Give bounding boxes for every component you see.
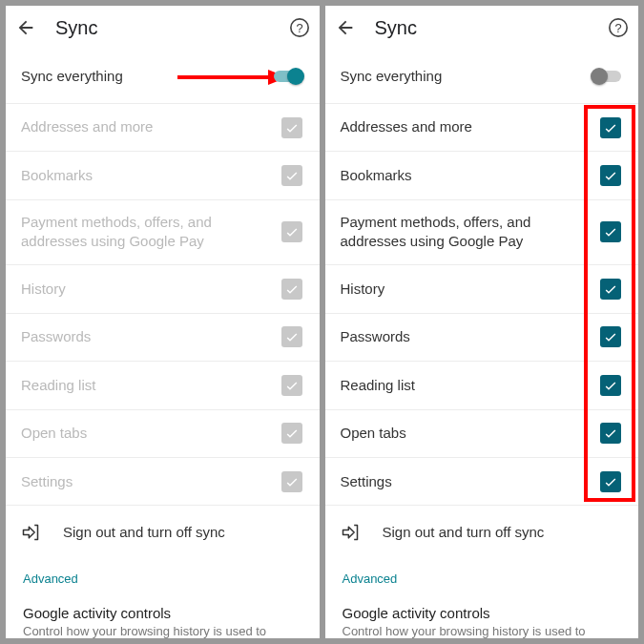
signout-icon (341, 523, 360, 542)
page-title: Sync (55, 17, 289, 39)
label-readinglist: Reading list (341, 376, 601, 395)
row-bookmarks: Bookmarks (6, 152, 320, 199)
row-addresses[interactable]: Addresses and more (325, 104, 639, 152)
label-passwords: Passwords (21, 327, 281, 346)
help-icon[interactable]: ? (289, 17, 310, 38)
label-history: History (21, 280, 281, 299)
page-title: Sync (375, 17, 609, 39)
row-passwords: Passwords (6, 314, 320, 362)
signout-row[interactable]: Sign out and turn off sync (6, 506, 320, 558)
checkbox-settings (281, 471, 302, 492)
checkbox-readinglist (281, 375, 302, 396)
sync-everything-row[interactable]: Sync everything (325, 51, 639, 104)
sync-everything-label: Sync everything (21, 67, 272, 86)
row-addresses: Addresses and more (6, 104, 320, 152)
row-payment[interactable]: Payment methods, offers, and addresses u… (325, 200, 639, 265)
activity-controls[interactable]: Google activity controls Control how you… (325, 592, 639, 638)
label-passwords: Passwords (341, 327, 601, 346)
row-settings: Settings (6, 458, 320, 506)
label-opentabs: Open tabs (21, 424, 281, 443)
checkbox-passwords (281, 326, 302, 347)
checkbox-history[interactable] (600, 279, 621, 300)
checkbox-bookmarks[interactable] (600, 165, 621, 186)
checkbox-history (281, 279, 302, 300)
advanced-heading: Advanced (325, 558, 639, 592)
svg-text:?: ? (296, 21, 302, 35)
label-history: History (341, 280, 601, 299)
sync-everything-toggle[interactable] (591, 68, 623, 85)
help-icon[interactable]: ? (608, 17, 629, 38)
row-history: History (6, 265, 320, 313)
sync-everything-row[interactable]: Sync everything (6, 51, 320, 104)
checkbox-payment[interactable] (600, 221, 621, 242)
signout-icon (21, 523, 40, 542)
row-settings[interactable]: Settings (325, 458, 639, 506)
row-readinglist[interactable]: Reading list (325, 362, 639, 409)
activity-sub: Control how your browsing history is use… (23, 624, 302, 638)
row-payment: Payment methods, offers, and addresses u… (6, 200, 320, 265)
signout-label: Sign out and turn off sync (63, 524, 225, 540)
activity-title: Google activity controls (23, 605, 302, 621)
row-history[interactable]: History (325, 265, 639, 313)
label-payment: Payment methods, offers, and addresses u… (21, 213, 281, 252)
label-readinglist: Reading list (21, 376, 281, 395)
checkbox-readinglist[interactable] (600, 375, 621, 396)
signout-row[interactable]: Sign out and turn off sync (325, 506, 639, 558)
advanced-heading: Advanced (6, 558, 320, 592)
back-icon[interactable] (15, 17, 36, 38)
label-addresses: Addresses and more (21, 117, 281, 136)
row-opentabs: Open tabs (6, 410, 320, 458)
checkbox-addresses[interactable] (600, 117, 621, 138)
activity-controls[interactable]: Google activity controls Control how you… (6, 592, 320, 638)
checkbox-addresses (281, 117, 302, 138)
header: Sync ? (325, 6, 639, 51)
svg-text:?: ? (614, 21, 621, 35)
activity-title: Google activity controls (343, 605, 622, 621)
row-readinglist: Reading list (6, 362, 320, 409)
row-passwords[interactable]: Passwords (325, 314, 639, 362)
sync-everything-label: Sync everything (341, 67, 592, 86)
row-bookmarks[interactable]: Bookmarks (325, 152, 639, 199)
header: Sync ? (6, 6, 320, 51)
panel-right: Sync ? Sync everything Addresses and mor… (325, 6, 639, 638)
label-bookmarks: Bookmarks (341, 166, 601, 185)
checkbox-payment (281, 221, 302, 242)
checkbox-bookmarks (281, 165, 302, 186)
row-opentabs[interactable]: Open tabs (325, 410, 639, 458)
signout-label: Sign out and turn off sync (383, 524, 545, 540)
label-addresses: Addresses and more (341, 117, 601, 136)
label-settings: Settings (341, 472, 601, 491)
back-icon[interactable] (335, 17, 356, 38)
label-payment: Payment methods, offers, and addresses u… (341, 213, 601, 252)
checkbox-opentabs (281, 423, 302, 444)
checkbox-settings[interactable] (600, 471, 621, 492)
label-bookmarks: Bookmarks (21, 166, 281, 185)
panel-left: Sync ? Sync everything Addresses and mor… (6, 6, 320, 638)
sync-everything-toggle[interactable] (272, 68, 304, 85)
label-opentabs: Open tabs (341, 424, 601, 443)
label-settings: Settings (21, 472, 281, 491)
checkbox-passwords[interactable] (600, 326, 621, 347)
activity-sub: Control how your browsing history is use… (343, 624, 622, 638)
checkbox-opentabs[interactable] (600, 423, 621, 444)
